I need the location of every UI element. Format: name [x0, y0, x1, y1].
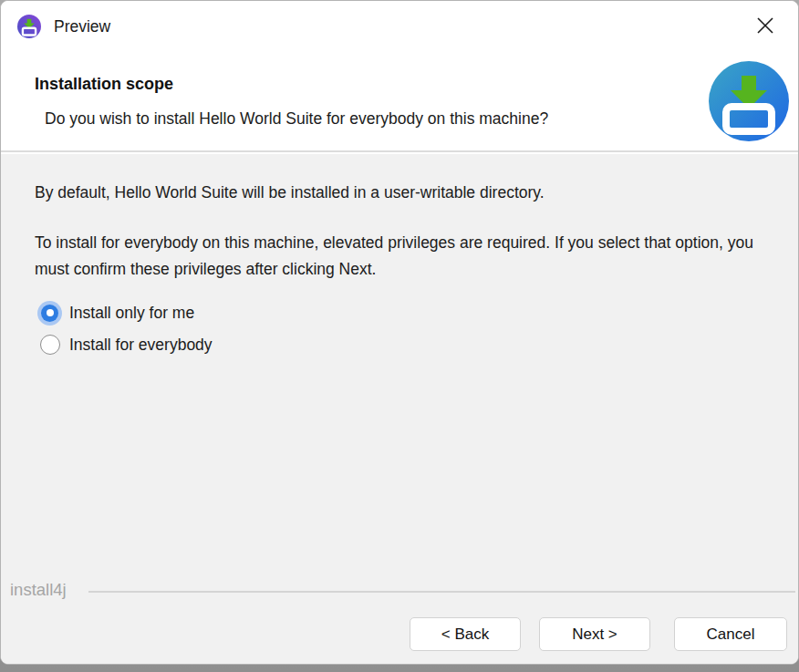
installer-window: Preview Installation scope Do you wish t… — [0, 0, 799, 665]
wizard-button-row: < Back Next > Cancel — [410, 617, 787, 651]
cancel-button[interactable]: Cancel — [674, 617, 787, 651]
wizard-content: By default, Hello World Suite will be in… — [1, 154, 798, 664]
window-title: Preview — [54, 1, 110, 52]
branding-divider — [88, 591, 795, 593]
page-title: Installation scope — [35, 75, 173, 94]
radio-label: Install only for me — [69, 304, 194, 323]
title-bar: Preview — [1, 1, 798, 52]
close-button[interactable] — [745, 6, 785, 47]
installer-icon — [709, 61, 789, 141]
radio-unselected-icon[interactable] — [37, 333, 62, 357]
radio-install-for-everybody[interactable]: Install for everybody — [37, 332, 213, 357]
wizard-header: Installation scope Do you wish to instal… — [1, 52, 798, 152]
install4j-branding: install4j — [10, 580, 67, 600]
app-icon — [17, 15, 41, 38]
body-paragraph-2: To install for everybody on this machine… — [35, 230, 764, 283]
desktop-background: Preview Installation scope Do you wish t… — [0, 0, 799, 672]
page-subtitle: Do you wish to install Hello World Suite… — [45, 109, 548, 129]
radio-install-only-for-me[interactable]: Install only for me — [37, 300, 194, 326]
next-button[interactable]: Next > — [539, 617, 650, 651]
radio-label: Install for everybody — [69, 336, 213, 355]
body-paragraph-1: By default, Hello World Suite will be in… — [35, 180, 764, 206]
close-icon — [754, 15, 776, 39]
back-button[interactable]: < Back — [410, 617, 521, 651]
radio-selected-icon[interactable] — [37, 301, 62, 326]
